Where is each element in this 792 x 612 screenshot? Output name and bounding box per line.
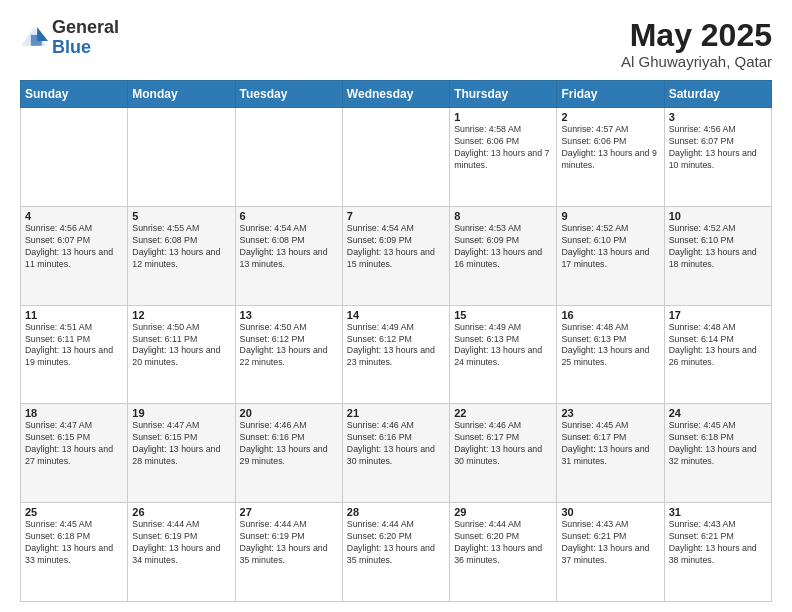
day-info: Sunrise: 4:53 AM Sunset: 6:09 PM Dayligh… xyxy=(454,223,552,271)
day-number: 25 xyxy=(25,506,123,518)
day-info: Sunrise: 4:49 AM Sunset: 6:13 PM Dayligh… xyxy=(454,322,552,370)
logo-blue-text: Blue xyxy=(52,37,91,57)
day-number: 9 xyxy=(561,210,659,222)
day-number: 8 xyxy=(454,210,552,222)
day-number: 23 xyxy=(561,407,659,419)
day-info: Sunrise: 4:51 AM Sunset: 6:11 PM Dayligh… xyxy=(25,322,123,370)
calendar-table: Sunday Monday Tuesday Wednesday Thursday… xyxy=(20,80,772,602)
col-monday: Monday xyxy=(128,81,235,108)
day-number: 29 xyxy=(454,506,552,518)
col-friday: Friday xyxy=(557,81,664,108)
day-info: Sunrise: 4:55 AM Sunset: 6:08 PM Dayligh… xyxy=(132,223,230,271)
day-info: Sunrise: 4:47 AM Sunset: 6:15 PM Dayligh… xyxy=(132,420,230,468)
day-info: Sunrise: 4:50 AM Sunset: 6:11 PM Dayligh… xyxy=(132,322,230,370)
day-info: Sunrise: 4:44 AM Sunset: 6:19 PM Dayligh… xyxy=(132,519,230,567)
table-cell: 28Sunrise: 4:44 AM Sunset: 6:20 PM Dayli… xyxy=(342,503,449,602)
table-cell: 18Sunrise: 4:47 AM Sunset: 6:15 PM Dayli… xyxy=(21,404,128,503)
day-info: Sunrise: 4:57 AM Sunset: 6:06 PM Dayligh… xyxy=(561,124,659,172)
table-cell: 31Sunrise: 4:43 AM Sunset: 6:21 PM Dayli… xyxy=(664,503,771,602)
day-info: Sunrise: 4:44 AM Sunset: 6:20 PM Dayligh… xyxy=(454,519,552,567)
table-cell: 12Sunrise: 4:50 AM Sunset: 6:11 PM Dayli… xyxy=(128,305,235,404)
table-cell xyxy=(342,108,449,207)
table-cell: 14Sunrise: 4:49 AM Sunset: 6:12 PM Dayli… xyxy=(342,305,449,404)
table-cell: 4Sunrise: 4:56 AM Sunset: 6:07 PM Daylig… xyxy=(21,206,128,305)
day-info: Sunrise: 4:58 AM Sunset: 6:06 PM Dayligh… xyxy=(454,124,552,172)
day-info: Sunrise: 4:43 AM Sunset: 6:21 PM Dayligh… xyxy=(669,519,767,567)
day-number: 2 xyxy=(561,111,659,123)
svg-marker-3 xyxy=(31,35,42,46)
day-info: Sunrise: 4:44 AM Sunset: 6:19 PM Dayligh… xyxy=(240,519,338,567)
day-info: Sunrise: 4:46 AM Sunset: 6:16 PM Dayligh… xyxy=(240,420,338,468)
day-info: Sunrise: 4:43 AM Sunset: 6:21 PM Dayligh… xyxy=(561,519,659,567)
day-number: 28 xyxy=(347,506,445,518)
day-info: Sunrise: 4:44 AM Sunset: 6:20 PM Dayligh… xyxy=(347,519,445,567)
title-location: Al Ghuwayriyah, Qatar xyxy=(621,53,772,70)
table-cell: 9Sunrise: 4:52 AM Sunset: 6:10 PM Daylig… xyxy=(557,206,664,305)
table-cell xyxy=(21,108,128,207)
table-cell: 6Sunrise: 4:54 AM Sunset: 6:08 PM Daylig… xyxy=(235,206,342,305)
table-cell: 10Sunrise: 4:52 AM Sunset: 6:10 PM Dayli… xyxy=(664,206,771,305)
logo: General Blue xyxy=(20,18,119,58)
calendar-week-4: 18Sunrise: 4:47 AM Sunset: 6:15 PM Dayli… xyxy=(21,404,772,503)
table-cell: 15Sunrise: 4:49 AM Sunset: 6:13 PM Dayli… xyxy=(450,305,557,404)
day-number: 24 xyxy=(669,407,767,419)
day-number: 4 xyxy=(25,210,123,222)
day-info: Sunrise: 4:46 AM Sunset: 6:16 PM Dayligh… xyxy=(347,420,445,468)
table-cell: 20Sunrise: 4:46 AM Sunset: 6:16 PM Dayli… xyxy=(235,404,342,503)
calendar-week-5: 25Sunrise: 4:45 AM Sunset: 6:18 PM Dayli… xyxy=(21,503,772,602)
day-info: Sunrise: 4:45 AM Sunset: 6:18 PM Dayligh… xyxy=(25,519,123,567)
day-number: 19 xyxy=(132,407,230,419)
table-cell: 11Sunrise: 4:51 AM Sunset: 6:11 PM Dayli… xyxy=(21,305,128,404)
table-cell: 27Sunrise: 4:44 AM Sunset: 6:19 PM Dayli… xyxy=(235,503,342,602)
table-cell: 30Sunrise: 4:43 AM Sunset: 6:21 PM Dayli… xyxy=(557,503,664,602)
day-number: 13 xyxy=(240,309,338,321)
day-number: 3 xyxy=(669,111,767,123)
day-number: 11 xyxy=(25,309,123,321)
day-number: 6 xyxy=(240,210,338,222)
table-cell: 25Sunrise: 4:45 AM Sunset: 6:18 PM Dayli… xyxy=(21,503,128,602)
day-info: Sunrise: 4:52 AM Sunset: 6:10 PM Dayligh… xyxy=(561,223,659,271)
day-info: Sunrise: 4:56 AM Sunset: 6:07 PM Dayligh… xyxy=(669,124,767,172)
day-number: 17 xyxy=(669,309,767,321)
day-number: 31 xyxy=(669,506,767,518)
col-tuesday: Tuesday xyxy=(235,81,342,108)
day-number: 22 xyxy=(454,407,552,419)
day-number: 20 xyxy=(240,407,338,419)
col-sunday: Sunday xyxy=(21,81,128,108)
day-info: Sunrise: 4:49 AM Sunset: 6:12 PM Dayligh… xyxy=(347,322,445,370)
day-info: Sunrise: 4:48 AM Sunset: 6:13 PM Dayligh… xyxy=(561,322,659,370)
day-info: Sunrise: 4:54 AM Sunset: 6:08 PM Dayligh… xyxy=(240,223,338,271)
table-cell: 21Sunrise: 4:46 AM Sunset: 6:16 PM Dayli… xyxy=(342,404,449,503)
table-cell: 7Sunrise: 4:54 AM Sunset: 6:09 PM Daylig… xyxy=(342,206,449,305)
table-cell: 24Sunrise: 4:45 AM Sunset: 6:18 PM Dayli… xyxy=(664,404,771,503)
table-cell xyxy=(235,108,342,207)
table-cell: 5Sunrise: 4:55 AM Sunset: 6:08 PM Daylig… xyxy=(128,206,235,305)
day-number: 27 xyxy=(240,506,338,518)
day-info: Sunrise: 4:46 AM Sunset: 6:17 PM Dayligh… xyxy=(454,420,552,468)
table-cell: 19Sunrise: 4:47 AM Sunset: 6:15 PM Dayli… xyxy=(128,404,235,503)
day-info: Sunrise: 4:56 AM Sunset: 6:07 PM Dayligh… xyxy=(25,223,123,271)
table-cell: 26Sunrise: 4:44 AM Sunset: 6:19 PM Dayli… xyxy=(128,503,235,602)
day-info: Sunrise: 4:47 AM Sunset: 6:15 PM Dayligh… xyxy=(25,420,123,468)
day-number: 1 xyxy=(454,111,552,123)
day-info: Sunrise: 4:48 AM Sunset: 6:14 PM Dayligh… xyxy=(669,322,767,370)
header: General Blue May 2025 Al Ghuwayriyah, Qa… xyxy=(20,18,772,70)
col-wednesday: Wednesday xyxy=(342,81,449,108)
day-number: 5 xyxy=(132,210,230,222)
day-number: 30 xyxy=(561,506,659,518)
day-info: Sunrise: 4:45 AM Sunset: 6:18 PM Dayligh… xyxy=(669,420,767,468)
day-number: 21 xyxy=(347,407,445,419)
day-number: 15 xyxy=(454,309,552,321)
logo-icon xyxy=(20,24,48,52)
title-month: May 2025 xyxy=(621,18,772,53)
day-number: 10 xyxy=(669,210,767,222)
table-cell: 3Sunrise: 4:56 AM Sunset: 6:07 PM Daylig… xyxy=(664,108,771,207)
title-block: May 2025 Al Ghuwayriyah, Qatar xyxy=(621,18,772,70)
day-number: 12 xyxy=(132,309,230,321)
logo-general-text: General xyxy=(52,17,119,37)
day-number: 26 xyxy=(132,506,230,518)
day-info: Sunrise: 4:45 AM Sunset: 6:17 PM Dayligh… xyxy=(561,420,659,468)
table-cell: 16Sunrise: 4:48 AM Sunset: 6:13 PM Dayli… xyxy=(557,305,664,404)
table-cell: 23Sunrise: 4:45 AM Sunset: 6:17 PM Dayli… xyxy=(557,404,664,503)
table-cell: 8Sunrise: 4:53 AM Sunset: 6:09 PM Daylig… xyxy=(450,206,557,305)
